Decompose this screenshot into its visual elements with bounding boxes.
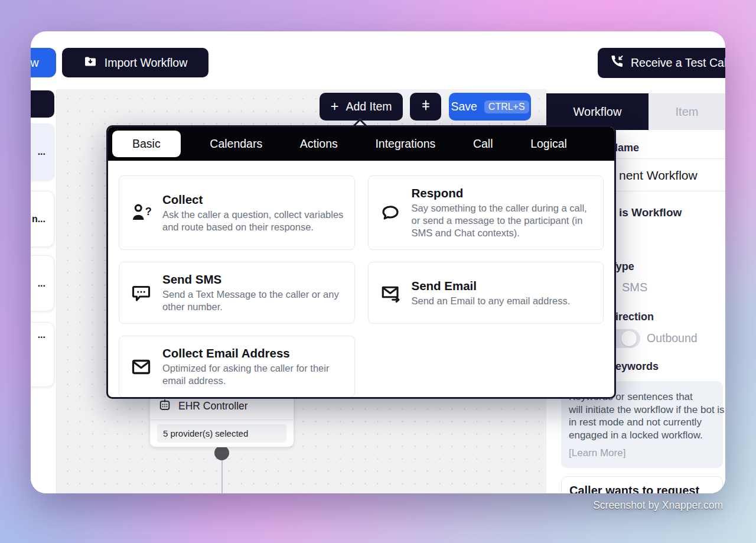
card-desc: Ask the caller a question, collect varia… bbox=[162, 209, 344, 233]
card-collect[interactable]: ? Collect Ask the caller a question, col… bbox=[119, 175, 355, 250]
sidebar-workflow-item-selected[interactable]: ... bbox=[31, 123, 54, 180]
import-workflow-label: Import Workflow bbox=[105, 56, 188, 70]
card-title: Send SMS bbox=[162, 272, 344, 287]
tab-calendars[interactable]: Calendars bbox=[201, 131, 271, 157]
phone-incoming-icon bbox=[610, 54, 624, 71]
envelope-arrow-icon bbox=[379, 282, 402, 304]
trigger-phrase-title: Caller wants to request bbox=[569, 484, 699, 493]
trigger-phrase-card[interactable]: Caller wants to request bbox=[561, 476, 723, 493]
app-window: ... n... ... ... w Import Workflow Recei… bbox=[31, 31, 725, 493]
card-collect-email-address[interactable]: Collect Email Address Optimized for aski… bbox=[119, 336, 355, 398]
card-send-sms[interactable]: Send SMS Send a Text Message to the call… bbox=[119, 262, 355, 324]
keywords-help-line: engaged in a locked workflow. bbox=[569, 429, 723, 442]
align-center-icon bbox=[419, 98, 433, 115]
tab-item-label: Item bbox=[676, 105, 699, 119]
save-button[interactable]: Save CTRL+S bbox=[449, 93, 531, 121]
tab-logical[interactable]: Logical bbox=[522, 131, 575, 157]
sidebar-header-block bbox=[31, 90, 54, 118]
card-send-email[interactable]: Send Email Send an Email to any email ad… bbox=[368, 262, 604, 324]
card-desc: Optimized for asking the caller for thei… bbox=[162, 362, 344, 387]
add-item-label: Add Item bbox=[346, 100, 392, 113]
node-connector-handle[interactable] bbox=[214, 446, 229, 460]
tab-workflow-label: Workflow bbox=[573, 105, 622, 119]
tab-workflow[interactable]: Workflow bbox=[546, 93, 649, 130]
card-desc: Send a Text Message to the caller or any… bbox=[162, 288, 344, 313]
modal-body: ? Collect Ask the caller a question, col… bbox=[108, 161, 614, 399]
card-title: Collect bbox=[162, 193, 344, 207]
node-title: EHR Controller bbox=[178, 400, 248, 412]
workflow-name-value[interactable]: nent Workflow bbox=[619, 168, 698, 183]
this-workflow-label[interactable]: is Workflow bbox=[619, 206, 682, 219]
card-title: Collect Email Address bbox=[162, 346, 344, 360]
receive-test-call-button[interactable]: Receive a Test Call bbox=[598, 48, 725, 78]
tab-item[interactable]: Item bbox=[649, 93, 725, 130]
card-title: Send Email bbox=[412, 279, 571, 293]
toggle-knob bbox=[621, 331, 637, 346]
card-title: Respond bbox=[412, 186, 593, 200]
sidebar-workflow-item[interactable]: ... bbox=[31, 255, 54, 311]
sidebar-item-label: n... bbox=[32, 214, 45, 225]
direction-value: Outbound bbox=[647, 331, 698, 345]
card-respond[interactable]: Respond Say something to the caller duri… bbox=[368, 175, 604, 250]
tab-integrations[interactable]: Integrations bbox=[367, 131, 444, 157]
receive-test-call-label: Receive a Test Call bbox=[631, 56, 725, 70]
sidebar-item-label: ... bbox=[38, 147, 45, 157]
import-workflow-button[interactable]: Import Workflow bbox=[62, 48, 208, 77]
modal-tab-bar: Basic Calendars Actions Integrations Cal… bbox=[108, 127, 614, 161]
tab-basic[interactable]: Basic bbox=[112, 131, 181, 157]
svg-text:?: ? bbox=[145, 206, 152, 217]
node-detail[interactable]: 5 provider(s) selected bbox=[157, 424, 286, 443]
card-desc: Say something to the caller during a cal… bbox=[412, 202, 593, 239]
tab-actions[interactable]: Actions bbox=[292, 131, 346, 157]
tab-call[interactable]: Call bbox=[465, 131, 501, 157]
save-shortcut-badge: CTRL+S bbox=[484, 100, 529, 113]
sidebar-workflow-item[interactable]: n... bbox=[31, 191, 54, 247]
add-item-modal: Basic Calendars Actions Integrations Cal… bbox=[106, 125, 616, 399]
sidebar-workflow-item[interactable]: ... bbox=[31, 322, 54, 387]
ehr-controller-icon bbox=[158, 398, 171, 414]
align-center-icon-button[interactable] bbox=[410, 93, 441, 121]
keywords-help-line: will initiate the workflow if the bot is bbox=[569, 404, 723, 417]
add-item-button[interactable]: + Add Item bbox=[320, 93, 403, 121]
envelope-icon bbox=[130, 356, 152, 378]
node-connector-line bbox=[221, 460, 223, 493]
learn-more-link[interactable]: [Learn More] bbox=[569, 447, 723, 459]
sidebar-item-label: ... bbox=[38, 278, 45, 289]
person-question-icon: ? bbox=[130, 201, 152, 224]
message-dots-icon bbox=[130, 282, 152, 304]
sidebar-item-label: ... bbox=[38, 330, 45, 340]
xnapper-watermark: Screenshot by Xnapper.com bbox=[593, 499, 723, 512]
folder-import-icon bbox=[83, 54, 97, 71]
plus-icon: + bbox=[330, 99, 338, 113]
keywords-help-line: in rest mode and not currently bbox=[569, 416, 723, 429]
card-desc: Send an Email to any email address. bbox=[412, 295, 571, 307]
new-workflow-button[interactable]: w bbox=[31, 48, 56, 77]
save-label: Save bbox=[451, 100, 477, 113]
speech-bubble-icon bbox=[379, 202, 402, 223]
type-value[interactable]: SMS bbox=[622, 281, 647, 294]
new-workflow-label: w bbox=[31, 56, 39, 70]
